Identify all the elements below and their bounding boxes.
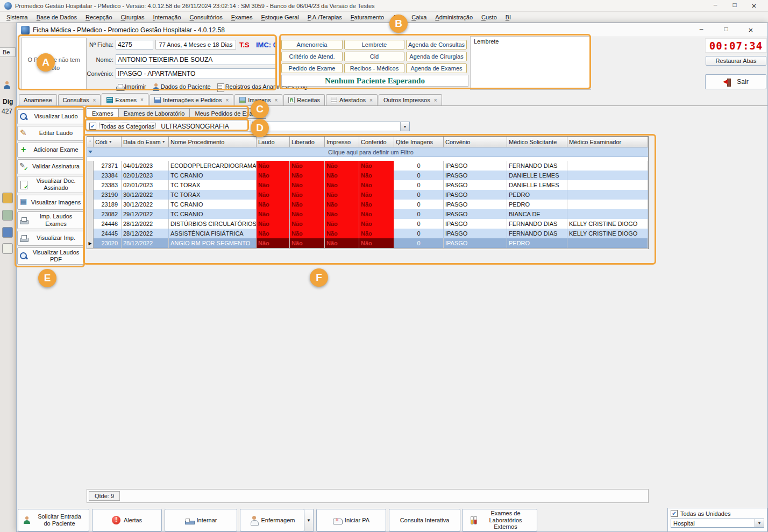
ficha-number-input[interactable] [116,40,153,49]
column-header-liberado[interactable]: Liberado [290,137,325,147]
filter-dropdown-icon[interactable]: ▼ [162,140,166,144]
ficha-close-button[interactable]: × [738,25,763,34]
imc-label[interactable]: IMC: 0 [256,41,277,49]
bottom-button-iniciar-pa[interactable]: Iniciar PA [316,509,386,531]
column-header-medico-solicitante[interactable]: Médico Solicitante [507,137,567,147]
sair-button[interactable]: Sair [705,74,766,89]
tab-outros-impressos[interactable]: Outros Impressos× [379,94,442,105]
maximize-button[interactable]: □ [725,1,744,9]
ts-label[interactable]: T.S [239,41,250,49]
background-icon-1[interactable] [2,193,13,203]
menu-item-faturamento[interactable]: Faturamento [346,12,388,22]
subtab-exames[interactable]: Exames [87,108,119,119]
ficha-maximize-button[interactable]: □ [714,25,738,33]
bottom-button-internar[interactable]: Internar [165,509,237,531]
column-header-impresso[interactable]: Impresso [325,137,359,147]
patient-link-dados-do-paciente[interactable]: Dados do Paciente [152,83,211,90]
toolbar-button-visualizar-laudo[interactable]: Visualizar Laudo [17,109,84,124]
tab-consultas[interactable]: Consultas× [58,94,101,105]
menu-item-bi[interactable]: BI [501,12,515,22]
tab-internacoes-e-pedidos[interactable]: Internações e Pedidos× [150,94,233,105]
bottom-button-consulta-interativa[interactable]: Consulta Interativa [389,509,460,531]
exam-row[interactable]: 2444628/12/2022DISTÚRBIOS CIRCULATÓRIOSN… [87,219,648,229]
exam-row[interactable]: 2319030/12/2022TC TORAXNãoNãoNãoNão0IPAS… [87,190,648,200]
toolbar-button-validar-assinatura[interactable]: Validar Assinatura [17,159,84,174]
tab-close-icon[interactable]: × [369,97,373,103]
toolbar-button-visualizar-imp[interactable]: Visualizar Imp. [17,231,84,246]
quick-button-amenorreia[interactable]: Amenorreia [281,40,343,49]
menu-item-consultorios[interactable]: Consultórios [186,12,227,22]
menu-item-recepcao[interactable]: Recepção [81,12,117,22]
toolbar-button-imp-laudos-exames[interactable]: Imp. Laudos Exames [17,211,84,229]
tab-close-icon[interactable]: × [225,97,229,103]
background-icon-3[interactable] [2,227,13,238]
background-icon-4[interactable] [2,243,13,254]
restaurar-abas-button[interactable]: Restaurar Abas [706,56,766,66]
dropdown-arrow-button[interactable]: ▼ [304,509,314,531]
column-header-laudo[interactable]: Laudo [257,137,290,147]
tab-exames[interactable]: Exames× [102,93,148,106]
quick-button-recibos-medicos[interactable]: Recibos - Médicos [344,63,404,73]
quick-button-criterio-de-atend[interactable]: Critério de Atend. [281,52,343,61]
unit-combobox[interactable]: Hospital ▼ [671,519,764,528]
column-header-conferido[interactable]: Conferido [359,137,394,147]
bottom-button-exames-de-laboratorios-externos[interactable]: Exames de Laboratórios Externos [462,509,537,531]
chevron-down-icon[interactable]: ▼ [400,122,409,131]
toolbar-button-editar-laudo[interactable]: Editar Laudo [17,126,84,141]
menu-item-p-a-terapias[interactable]: P.A./Terapias [303,12,346,22]
tab-close-icon[interactable]: × [140,97,144,103]
quick-button-agenda-de-consultas[interactable]: Agenda de Consultas [406,40,467,49]
bottom-button-solicitar-entrada-do-paciente[interactable]: Solicitar Entrada do Paciente [18,509,89,531]
tab-receitas[interactable]: Receitas [283,94,325,105]
convenio-input[interactable] [116,68,277,79]
exam-row[interactable]: ▶2302028/12/2022ANGIO RM POR SEGMENTONão… [87,238,648,248]
tab-anamnese[interactable]: Anamnese [19,94,57,105]
menu-item-custo[interactable]: Custo [477,12,501,22]
quick-button-agenda-de-exames[interactable]: Agenda de Exames [406,63,467,73]
toolbar-button-visualizar-imagens[interactable]: Visualizar Imagens [17,195,84,210]
menu-item-internacao[interactable]: Internação [149,12,186,22]
exam-row[interactable]: 2318930/12/2022TC CRANIONãoNãoNãoNão0IPA… [87,200,648,209]
menu-item-ans[interactable]: Ans [388,12,407,22]
quick-button-pedido-de-exame[interactable]: Pedido de Exame [281,63,343,73]
exam-row[interactable]: 2308229/12/2022TC CRANIONãoNãoNãoNão0IPA… [87,209,648,219]
background-icon-2[interactable] [2,210,13,221]
bottom-button-alertas[interactable]: Alertas [92,509,162,531]
filter-dropdown-icon[interactable]: ▼ [109,140,112,144]
exam-row[interactable]: 2444528/12/2022ASSISTÊNCIA FISIÁTRICANão… [87,229,648,238]
toolbar-button-adicionar-exame[interactable]: Adicionar Exame [17,143,84,158]
toolbar-button-visualizar-laudos-pdf[interactable]: Visualizar Laudos PDF [17,247,84,265]
patient-name-input[interactable] [116,54,277,65]
exam-row[interactable]: 2737104/01/2023ECODOPPLERCARDIOGRAMANãoN… [87,161,648,171]
quick-button-lembrete[interactable]: Lembrete [344,40,404,49]
tab-imagens[interactable]: Imagens× [234,94,282,105]
patient-link-imprimir[interactable]: Imprimir [116,83,146,90]
background-tab-fragment[interactable]: Be [0,47,16,57]
bottom-button-enfermagem[interactable]: Enfermagem [240,509,304,531]
column-header-convenio[interactable]: Convênio [444,137,507,147]
tab-close-icon[interactable]: × [434,97,437,103]
exam-row[interactable]: 2338402/01/2023TC CRANIONãoNãoNãoNão0IPA… [87,171,648,180]
column-header-medico-examinador[interactable]: Médico Examinador [567,137,648,147]
toolbar-button-visualizar-doc-assinado[interactable]: Visualizar Doc. Assinado [17,176,84,193]
close-button[interactable]: × [744,1,764,10]
menu-item-cirurgias[interactable]: Cirurgias [117,12,149,22]
menu-item-estoque-geral[interactable]: Estoque Geral [257,12,303,22]
menu-item-base-de-dados[interactable]: Base de Dados [32,12,81,22]
exam-row[interactable]: 2338302/01/2023TC TORAXNãoNãoNãoNão0IPAS… [87,180,648,190]
todas-categorias-checkbox[interactable]: ✔ [89,123,96,130]
category-combobox[interactable]: ▼ [252,122,410,131]
column-header-data-do-exam[interactable]: Data do Exam▼ [122,137,169,147]
column-header-codi[interactable]: Códi▼ [94,137,122,147]
menu-item-caixa[interactable]: Caixa [407,12,431,22]
menu-item-sistema[interactable]: Sistema [2,12,32,22]
menu-item-administracao[interactable]: Administração [431,12,477,22]
tab-close-icon[interactable]: × [274,97,278,103]
quick-button-agenda-de-cirurgias[interactable]: Agenda de Cirurgias [406,52,467,61]
tab-atestados[interactable]: Atestados× [326,94,378,105]
menu-item-exames[interactable]: Exames [227,12,257,22]
subtab-exames-de-laboratorio[interactable]: Exames de Laboratório [119,108,190,119]
quick-button-cid[interactable]: Cid [344,52,404,61]
column-header-qtde-imagens[interactable]: Qtde Imagens [394,137,444,147]
chevron-down-icon[interactable]: ▼ [755,519,764,527]
